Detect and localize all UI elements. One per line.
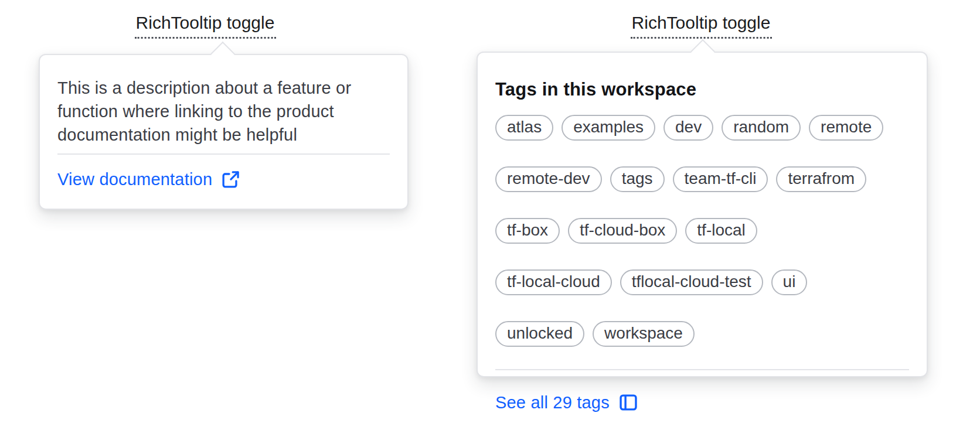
view-documentation-link[interactable]: View documentation [57,170,240,189]
tooltip-divider [57,153,390,155]
richtooltip-toggle-left[interactable]: RichTooltip toggle [135,13,276,39]
tag-pill: unlocked [495,321,584,347]
tooltip-caret [210,42,235,66]
tag-pill: tf-local-cloud [495,269,612,295]
tag-pill: tflocal-cloud-test [620,269,763,295]
tag-pill: remote-dev [495,166,602,192]
tag-pill: atlas [495,115,553,141]
tag-pill: examples [562,115,655,141]
tag-pill: random [722,115,801,141]
tag-pill: tf-cloud-box [568,218,677,244]
tag-pill: terrafrom [776,166,866,192]
richtooltip-popover-docs: This is a description about a feature or… [39,54,409,210]
external-link-icon [221,170,240,189]
tooltip-caret [690,39,715,64]
tag-pill: ui [771,269,808,295]
tooltip-divider [495,369,909,370]
see-all-tags-label: See all 29 tags [495,393,610,412]
see-all-tags-link[interactable]: See all 29 tags [495,393,638,412]
tags-heading: Tags in this workspace [495,77,909,102]
tag-pill: tf-box [495,218,560,244]
tooltip-description: This is a description about a feature or… [57,76,390,146]
sidebar-icon [618,393,638,412]
view-documentation-label: View documentation [57,170,212,189]
richtooltip-popover-tags: Tags in this workspace atlasexamplesdevr… [477,52,928,377]
tag-pill: remote [809,115,883,141]
tag-pill: dev [663,115,713,141]
tag-pill: workspace [593,321,695,347]
tag-list: atlasexamplesdevrandomremoteremote-devta… [495,115,909,347]
tag-pill: tf-local [685,218,757,244]
tag-pill: team-tf-cli [673,166,768,192]
richtooltip-toggle-right[interactable]: RichTooltip toggle [631,13,772,39]
tag-pill: tags [610,166,665,192]
